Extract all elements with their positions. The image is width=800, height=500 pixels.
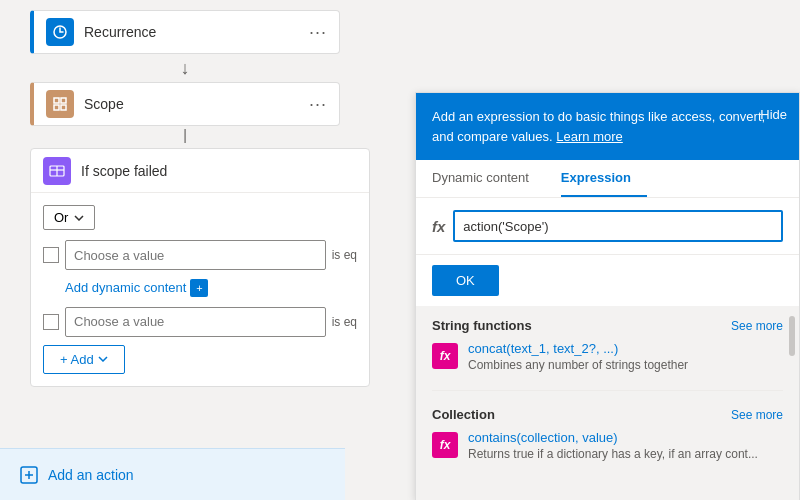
learn-more-link[interactable]: Learn more (556, 129, 622, 144)
if-scope-block: If scope failed Or is eq Add dynamic con… (30, 148, 370, 387)
tab-dynamic-content[interactable]: Dynamic content (432, 160, 545, 197)
fx-label: fx (432, 218, 445, 235)
expression-input-row: fx (416, 198, 799, 255)
recurrence-title: Recurrence (84, 24, 309, 40)
section-divider (432, 390, 783, 391)
svg-rect-4 (61, 105, 66, 110)
condition-row-2: is eq (43, 307, 357, 337)
fx-badge-concat: fx (432, 343, 458, 369)
add-dynamic-content[interactable]: Add dynamic content + (65, 279, 208, 297)
scope-icon (46, 90, 74, 118)
or-dropdown[interactable]: Or (43, 205, 95, 230)
fx-badge-contains: fx (432, 432, 458, 458)
string-functions-header: String functions See more (432, 318, 783, 333)
condition-input-2[interactable] (65, 307, 326, 337)
scope-block[interactable]: Scope ··· (30, 82, 340, 126)
condition-input-1[interactable] (65, 240, 326, 270)
scroll-indicator[interactable] (789, 316, 795, 356)
if-scope-icon (43, 157, 71, 185)
recurrence-menu[interactable]: ··· (309, 22, 327, 43)
add-condition-button[interactable]: + Add (43, 345, 125, 374)
collection-section: Collection See more fx contains(collecti… (416, 395, 799, 475)
add-action-label: Add an action (48, 467, 134, 483)
canvas: Recurrence ··· ↓ Scope ··· | (0, 0, 800, 500)
string-functions-section: String functions See more fx concat(text… (416, 306, 799, 386)
expression-input[interactable] (453, 210, 783, 242)
collection-header: Collection See more (432, 407, 783, 422)
function-item-concat[interactable]: fx concat(text_1, text_2?, ...) Combines… (432, 341, 783, 372)
if-scope-body: Or is eq Add dynamic content + is eq (31, 193, 369, 386)
add-action-icon (20, 466, 38, 484)
panel-header: Add an expression to do basic things lik… (416, 93, 799, 160)
string-functions-title: String functions (432, 318, 532, 333)
right-panel: Add an expression to do basic things lik… (415, 92, 800, 500)
condition-label-1: is eq (332, 248, 357, 262)
condition-checkbox-2[interactable] (43, 314, 59, 330)
arrow-down-2: | (30, 126, 340, 144)
svg-rect-1 (54, 98, 59, 103)
recurrence-icon (46, 18, 74, 46)
flow-area: Recurrence ··· ↓ Scope ··· | (30, 10, 340, 144)
arrow-down-1: ↓ (30, 54, 340, 82)
function-item-contains[interactable]: fx contains(collection, value) Returns t… (432, 430, 783, 461)
panel-functions-area: String functions See more fx concat(text… (416, 306, 799, 500)
if-scope-header: If scope failed (31, 149, 369, 193)
function-name-concat[interactable]: concat(text_1, text_2?, ...) (468, 341, 688, 356)
condition-checkbox-1[interactable] (43, 247, 59, 263)
scope-title: Scope (84, 96, 309, 112)
add-button-row: + Add (43, 345, 357, 374)
condition-label-2: is eq (332, 315, 357, 329)
recurrence-block[interactable]: Recurrence ··· (30, 10, 340, 54)
collection-see-more[interactable]: See more (731, 408, 783, 422)
tab-expression[interactable]: Expression (561, 160, 647, 197)
if-scope-title: If scope failed (81, 163, 357, 179)
function-desc-concat: Combines any number of strings together (468, 358, 688, 372)
add-action-bar[interactable]: Add an action (0, 448, 345, 500)
dynamic-icon: + (190, 279, 208, 297)
svg-rect-2 (61, 98, 66, 103)
condition-row-1: is eq (43, 240, 357, 270)
ok-button[interactable]: OK (432, 265, 499, 296)
function-name-contains[interactable]: contains(collection, value) (468, 430, 758, 445)
function-desc-contains: Returns true if a dictionary has a key, … (468, 447, 758, 461)
collection-title: Collection (432, 407, 495, 422)
hide-button[interactable]: Hide (760, 107, 787, 122)
scope-menu[interactable]: ··· (309, 94, 327, 115)
svg-rect-3 (54, 105, 59, 110)
panel-tabs: Dynamic content Expression (416, 160, 799, 198)
string-functions-see-more[interactable]: See more (731, 319, 783, 333)
